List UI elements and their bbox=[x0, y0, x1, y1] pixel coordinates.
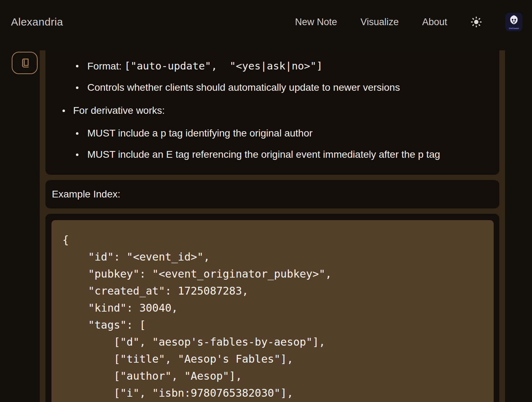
inline-code: ["auto-update", "<yes|ask|no>"] bbox=[124, 60, 323, 72]
nav-links: New Note Visualize About bbox=[295, 12, 522, 32]
list-item-format: Format: ["auto-update", "<yes|ask|no>"] bbox=[54, 59, 491, 73]
sun-icon bbox=[471, 16, 482, 28]
list-item-text: MUST include a p tag identifying the ori… bbox=[87, 126, 313, 140]
example-code-card: { "id": "<event_id>", "pubkey": "<event_… bbox=[45, 214, 499, 402]
list-item-text: For derivative works: bbox=[73, 104, 165, 118]
json-code-block: { "id": "<event_id>", "pubkey": "<event_… bbox=[51, 220, 494, 402]
bullet-dot bbox=[76, 153, 78, 156]
bullet-dot bbox=[62, 110, 65, 112]
list-item-text: Controls whether clients should automati… bbox=[87, 80, 400, 95]
list-item-must-e: MUST include an E tag referencing the or… bbox=[54, 147, 491, 162]
gitcitadel-logo[interactable]: GitCitadel bbox=[505, 13, 522, 31]
bullet-dot bbox=[76, 86, 78, 89]
bullet-dot bbox=[76, 132, 78, 135]
document-panel: Format: ["auto-update", "<yes|ask|no>"] … bbox=[40, 50, 505, 402]
nav-visualize[interactable]: Visualize bbox=[361, 17, 399, 28]
example-index-label: Example Index: bbox=[52, 189, 120, 200]
list-item-text: MUST include an E tag referencing the or… bbox=[87, 147, 440, 162]
gitcitadel-shield-icon: GitCitadel bbox=[505, 13, 522, 31]
spec-rules-card: Format: ["auto-update", "<yes|ask|no>"] … bbox=[45, 50, 499, 175]
list-item-derivative: For derivative works: bbox=[54, 104, 491, 118]
app-title[interactable]: Alexandria bbox=[11, 16, 63, 28]
logo-label: GitCitadel bbox=[509, 27, 519, 29]
list-item-must-p: MUST include a p tag identifying the ori… bbox=[54, 126, 491, 140]
nav-about[interactable]: About bbox=[422, 17, 447, 28]
sidebar-toggle-button[interactable] bbox=[12, 52, 38, 74]
example-index-card: Example Index: bbox=[45, 180, 499, 208]
list-item-controls: Controls whether clients should automati… bbox=[54, 80, 491, 95]
top-nav-bar: Alexandria New Note Visualize About bbox=[0, 0, 532, 50]
nav-new-note[interactable]: New Note bbox=[295, 17, 337, 28]
theme-toggle-button[interactable] bbox=[471, 16, 482, 28]
book-icon bbox=[19, 57, 30, 68]
list-item-text: Format: ["auto-update", "<yes|ask|no>"] bbox=[87, 59, 323, 73]
bullet-dot bbox=[76, 65, 78, 67]
